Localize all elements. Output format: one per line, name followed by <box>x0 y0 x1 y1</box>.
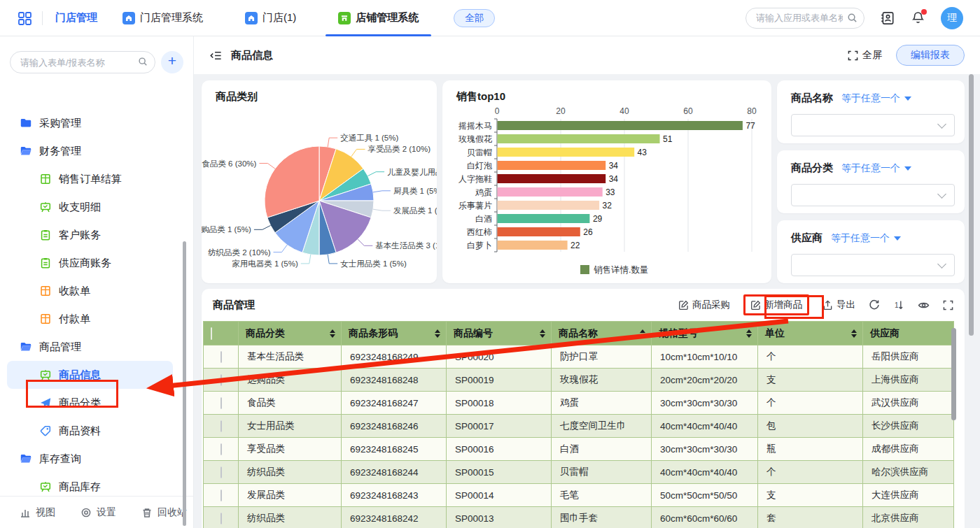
receipt-green-icon <box>39 173 52 185</box>
visibility-eye-icon[interactable] <box>918 299 930 311</box>
table-row[interactable]: 食品类6923248168247SP00018鸡蛋30cm*30cm*30/30… <box>204 392 954 415</box>
add-product-button[interactable]: 新增商品 <box>743 294 809 315</box>
sidebar-item[interactable]: 商品信息 <box>7 361 173 389</box>
sort-caret-icon[interactable] <box>847 329 857 338</box>
table-cell: 瓶 <box>758 438 863 461</box>
sidebar-item[interactable]: 收款单 <box>7 277 173 305</box>
row-checkbox[interactable] <box>220 374 222 386</box>
table-row[interactable]: 纺织品类6923248168242SP00013围巾手套60cm*60cm*60… <box>204 507 954 528</box>
menu-fold-icon[interactable] <box>209 49 223 62</box>
views-button[interactable]: 视图 <box>20 506 55 519</box>
workspace-label[interactable]: 门店管理 <box>55 11 97 24</box>
page-scrollbar[interactable] <box>969 74 974 336</box>
contacts-icon[interactable] <box>880 10 895 26</box>
tab-3[interactable]: 店铺管理系统 <box>321 0 435 36</box>
settings-button[interactable]: 设置 <box>80 506 116 519</box>
table-cell: SP00013 <box>447 507 552 528</box>
row-checkbox[interactable] <box>220 490 222 501</box>
row-checkbox[interactable] <box>220 513 222 525</box>
sidebar-item[interactable]: 付款单 <box>7 305 173 333</box>
table-row[interactable]: 女士用品类6923248168246SP00017七度空间卫生巾40cm*40c… <box>204 415 954 438</box>
sidebar-scrollbar[interactable] <box>183 241 186 526</box>
sidebar-item[interactable]: 供应商账务 <box>7 249 173 277</box>
column-header[interactable]: 商品编号 <box>447 322 552 345</box>
filter-operator-dropdown[interactable]: 等于任意一个 <box>831 232 901 245</box>
table-cell: 食品类 <box>239 392 342 415</box>
tab-1[interactable]: 门店管理系统 <box>106 0 220 36</box>
form-search-input[interactable] <box>10 51 155 73</box>
sort-caret-icon[interactable] <box>536 329 545 338</box>
column-header[interactable]: 单位 <box>758 322 863 345</box>
row-checkbox[interactable] <box>220 420 222 432</box>
apps-grid-icon[interactable] <box>17 10 32 26</box>
column-header[interactable]: 规格型号 <box>652 322 758 345</box>
svg-text:交通工具 1 (5%): 交通工具 1 (5%) <box>340 134 398 143</box>
sidebar-item-label: 采购管理 <box>39 117 81 130</box>
sidebar-item[interactable]: 收支明细 <box>7 193 173 221</box>
table-cell: 七度空间卫生巾 <box>552 415 652 438</box>
sidebar-item[interactable]: 商品管理 <box>7 333 173 361</box>
column-header[interactable]: 商品条形码 <box>342 322 447 345</box>
tab-2[interactable]: 门店(1) <box>228 0 313 36</box>
edit-report-button[interactable]: 编辑报表 <box>896 45 965 66</box>
user-avatar[interactable]: 理 <box>941 7 963 29</box>
recycle-bin-button[interactable]: 回收站 <box>141 506 187 519</box>
table-row[interactable]: 选购品类6923248168248SP00019玫瑰假花20cm*20cm*20… <box>204 369 954 392</box>
page-header: 商品信息 全屏 编辑报表 <box>194 36 980 74</box>
sort-icon[interactable]: 1 <box>893 299 904 311</box>
sidebar-item[interactable]: 客户账务 <box>7 221 173 249</box>
sidebar-item[interactable]: 采购管理 <box>7 109 173 137</box>
notifications-icon[interactable] <box>911 10 925 25</box>
row-checkbox[interactable] <box>220 397 222 409</box>
sidebar-item[interactable]: 商品分类 <box>7 389 173 417</box>
add-form-button[interactable]: + <box>161 51 183 73</box>
filter-value-select[interactable] <box>791 184 955 206</box>
refresh-icon[interactable] <box>869 299 880 311</box>
table-fullscreen-icon[interactable] <box>943 300 953 311</box>
svg-text:儿童及婴儿用品 1 (5%): 儿童及婴儿用品 1 (5%) <box>387 168 437 176</box>
board-green-icon <box>39 201 52 213</box>
select-all-checkbox[interactable] <box>211 327 212 340</box>
filter-operator-dropdown[interactable]: 等于任意一个 <box>841 162 911 175</box>
topbar-right: 理 <box>746 7 963 29</box>
sidebar-footer: 视图 设置 回收站 <box>0 496 193 528</box>
folder-open-icon <box>20 341 32 353</box>
table-row[interactable]: 纺织品类6923248168244SP00015贝雷帽40cm*40cm*40/… <box>204 461 954 484</box>
table-row[interactable]: 发展品类6923248168243SP00014毛笔50cm*50cm*50/5… <box>204 484 954 507</box>
clipboard-green-icon <box>39 257 52 269</box>
table-row[interactable]: 基本生活品类6923248168249SP00020防护口罩10cm*10cm*… <box>204 345 954 369</box>
sidebar-item[interactable]: 财务管理 <box>7 137 173 165</box>
sort-caret-icon[interactable] <box>326 329 335 338</box>
column-header[interactable]: 供应商 <box>863 322 954 345</box>
sidebar-item[interactable]: 库存查询 <box>7 445 173 473</box>
action-button[interactable]: 商品采购 <box>678 299 730 311</box>
filter-value-select[interactable] <box>791 254 955 276</box>
fullscreen-button[interactable]: 全屏 <box>848 49 882 62</box>
table-cell: 贝雷帽 <box>552 461 652 484</box>
filter-value-select[interactable] <box>791 114 955 136</box>
sort-caret-icon[interactable] <box>430 329 440 338</box>
table-row[interactable]: 享受品类6923248168245SP00016白酒30cm*30cm*30/3… <box>204 438 954 461</box>
sidebar-item[interactable]: 商品资料 <box>7 417 173 445</box>
column-header[interactable]: 商品分类 <box>239 322 342 345</box>
row-checkbox[interactable] <box>220 351 222 363</box>
table-cell: 岳阳供应商 <box>863 345 954 369</box>
svg-text:1: 1 <box>895 301 899 309</box>
svg-text:白灯泡: 白灯泡 <box>467 161 492 171</box>
row-checkbox[interactable] <box>220 443 222 455</box>
page-title: 商品信息 <box>231 49 273 62</box>
sort-caret-icon[interactable] <box>636 329 645 338</box>
sort-caret-icon[interactable] <box>742 329 752 338</box>
all-apps-badge[interactable]: 全部 <box>454 9 495 27</box>
table-title: 商品管理 <box>213 299 255 312</box>
filter-operator-dropdown[interactable]: 等于任意一个 <box>841 92 911 105</box>
row-checkbox[interactable] <box>220 466 222 478</box>
table-cell: 30cm*30cm*30/30 <box>652 392 758 415</box>
table-cell: SP00015 <box>447 461 552 484</box>
select-all-header[interactable] <box>204 322 239 345</box>
table-cell: 40cm*40cm*40/40 <box>652 415 758 438</box>
sidebar-item[interactable]: 销售订单结算 <box>7 165 173 193</box>
table-scrollbar[interactable] <box>951 328 956 420</box>
export-button[interactable]: 导出 <box>822 299 855 311</box>
column-header[interactable]: 商品名称 <box>552 322 652 345</box>
